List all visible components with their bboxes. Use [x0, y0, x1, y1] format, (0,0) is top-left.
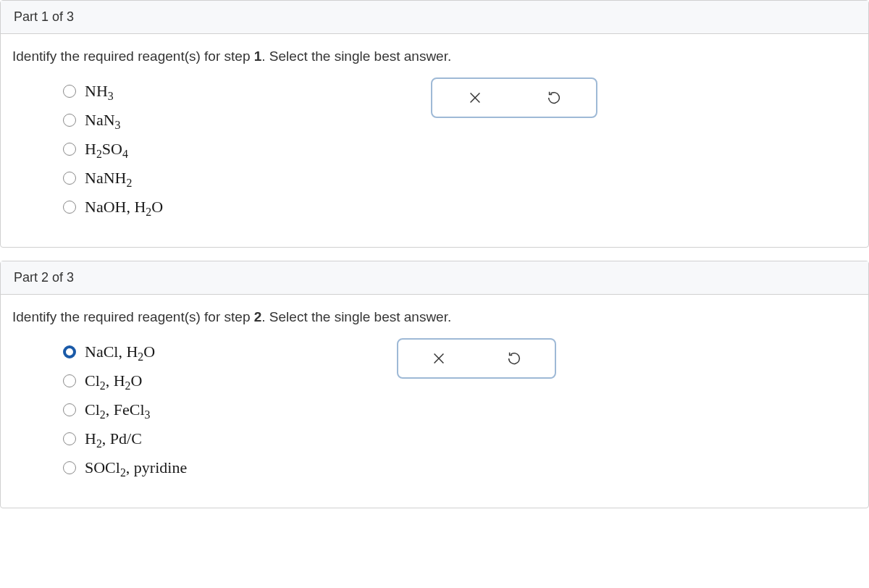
- radio-icon[interactable]: [63, 374, 76, 387]
- radio-icon[interactable]: [63, 403, 76, 416]
- q1-suffix: . Select the single best answer.: [261, 49, 451, 64]
- p2-option-3-label: Cl2, FeCl3: [85, 400, 150, 419]
- part-1-container: Part 1 of 3 Identify the required reagen…: [0, 0, 869, 248]
- p2-option-4[interactable]: H2, Pd/C: [63, 429, 187, 448]
- clear-button[interactable]: [427, 347, 450, 370]
- radio-icon[interactable]: [63, 432, 76, 445]
- radio-icon[interactable]: [63, 143, 76, 156]
- p1-option-2[interactable]: NaN3: [63, 111, 163, 130]
- p1-option-4[interactable]: NaNH2: [63, 169, 163, 188]
- p1-option-1-label: NH3: [85, 82, 114, 101]
- q1-prefix: Identify the required reagent(s) for ste…: [12, 49, 254, 64]
- reset-button[interactable]: [503, 347, 526, 370]
- part-1-question: Identify the required reagent(s) for ste…: [12, 49, 857, 64]
- p2-option-2[interactable]: Cl2, H2O: [63, 371, 187, 390]
- p2-button-panel-wrap: [397, 338, 556, 379]
- p2-option-1-label: NaCl, H2O: [85, 343, 155, 361]
- p2-option-2-label: Cl2, H2O: [85, 371, 142, 390]
- part-1-body: Identify the required reagent(s) for ste…: [1, 34, 868, 247]
- p2-option-5-label: SOCl2, pyridine: [85, 458, 187, 477]
- p1-option-2-label: NaN3: [85, 111, 120, 130]
- p1-option-5-label: NaOH, H2O: [85, 198, 163, 217]
- p2-option-4-label: H2, Pd/C: [85, 429, 142, 448]
- p2-option-1[interactable]: NaCl, H2O: [63, 343, 187, 361]
- p1-option-4-label: NaNH2: [85, 169, 132, 188]
- radio-icon[interactable]: [63, 201, 76, 214]
- part-2-body: Identify the required reagent(s) for ste…: [1, 295, 868, 508]
- part-1-content-row: NH3 NaN3 H2SO4 NaNH2 NaOH, H2O: [12, 82, 857, 227]
- clear-button[interactable]: [463, 86, 487, 109]
- part-2-container: Part 2 of 3 Identify the required reagen…: [0, 261, 869, 508]
- p2-option-3[interactable]: Cl2, FeCl3: [63, 400, 187, 419]
- reset-icon: [506, 350, 522, 366]
- close-icon: [431, 350, 447, 366]
- reset-icon: [546, 90, 562, 106]
- radio-icon[interactable]: [63, 85, 76, 98]
- reset-button[interactable]: [542, 86, 566, 109]
- part-1-header: Part 1 of 3: [1, 1, 868, 34]
- p2-button-panel: [397, 338, 556, 379]
- p2-option-5[interactable]: SOCl2, pyridine: [63, 458, 187, 477]
- radio-icon[interactable]: [63, 114, 76, 127]
- part-1-options: NH3 NaN3 H2SO4 NaNH2 NaOH, H2O: [12, 82, 163, 227]
- q2-suffix: . Select the single best answer.: [261, 309, 451, 324]
- radio-icon[interactable]: [63, 461, 76, 474]
- p1-option-3-label: H2SO4: [85, 140, 128, 159]
- p1-option-1[interactable]: NH3: [63, 82, 163, 101]
- radio-icon[interactable]: [63, 172, 76, 185]
- p1-option-5[interactable]: NaOH, H2O: [63, 198, 163, 217]
- p1-option-3[interactable]: H2SO4: [63, 140, 163, 159]
- part-2-question: Identify the required reagent(s) for ste…: [12, 309, 857, 325]
- q1-step: 1: [254, 49, 262, 64]
- q2-step: 2: [254, 309, 262, 324]
- part-2-header: Part 2 of 3: [1, 261, 868, 295]
- p1-button-panel-wrap: [431, 77, 597, 118]
- radio-icon-selected[interactable]: [63, 345, 76, 358]
- part-2-options: NaCl, H2O Cl2, H2O Cl2, FeCl3 H2, Pd/C S…: [12, 343, 187, 487]
- q2-prefix: Identify the required reagent(s) for ste…: [12, 309, 254, 324]
- part-2-content-row: NaCl, H2O Cl2, H2O Cl2, FeCl3 H2, Pd/C S…: [12, 343, 857, 487]
- p1-button-panel: [431, 77, 597, 118]
- close-icon: [467, 90, 483, 106]
